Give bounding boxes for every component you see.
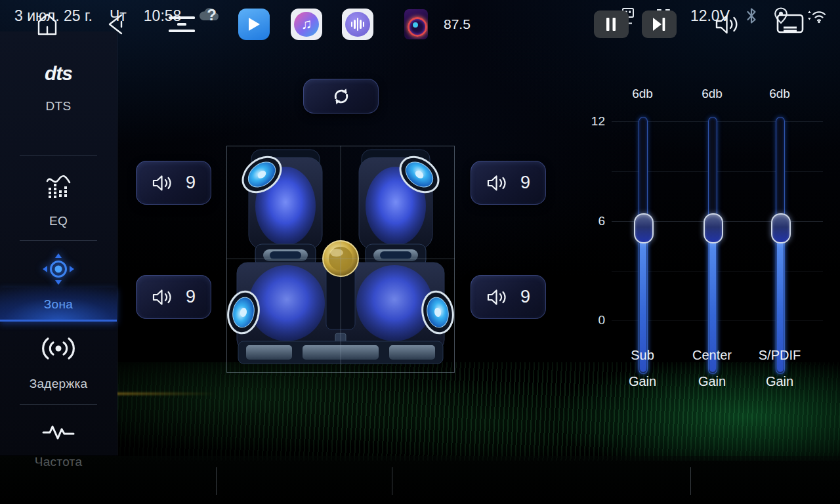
dts-logo-icon: dts [0,62,117,85]
front-right-volume-button[interactable]: 9 [471,161,546,205]
sidebar-item-label: DTS [0,99,117,114]
sound-effect-app-icon [342,9,373,40]
sidebar-item-eq[interactable]: EQ [0,171,117,228]
signal-waves-icon [39,333,77,364]
slider-db-value: 6db [744,87,816,101]
gain-scale-0: 0 [585,313,605,327]
pause-button[interactable] [593,0,629,48]
sidebar-item-zone[interactable]: Зона [0,251,117,312]
zone-reset-button[interactable] [303,79,379,114]
front-left-volume-button[interactable]: 9 [136,161,211,205]
bottom-bar [0,456,840,504]
volume-value: 9 [186,173,196,193]
play-app-icon [238,9,270,40]
next-track-icon [642,10,677,38]
sidebar-item-label: EQ [0,214,117,228]
speaker-icon [486,174,507,192]
equalizer-icon [43,171,74,201]
sidebar-divider [20,155,97,156]
gain-scale-12: 12 [585,114,605,129]
volume-value: 9 [520,287,530,307]
bottom-bar-divider [690,467,691,495]
slider-db-value: 6db [676,87,748,101]
sidebar-item-label: Задержка [0,377,117,391]
slider-unit: Gain [744,374,816,389]
home-button[interactable] [29,0,66,48]
next-track-button[interactable] [641,0,677,48]
center-gain-slider: 6db Center Gain [676,85,748,400]
slider-unit: Gain [676,374,748,389]
sidebar-divider [20,240,97,241]
zone-seat-map[interactable] [226,146,455,373]
sound-effect-app[interactable] [340,0,375,48]
dpad-icon [41,251,76,287]
music-note-glyph: ♫ [301,16,312,33]
music-app[interactable]: ♫ [289,0,324,48]
sub-gain-track[interactable] [639,117,648,374]
rear-left-volume-button[interactable]: 9 [136,275,211,319]
menu-button[interactable] [161,0,202,48]
back-button[interactable] [97,0,134,48]
waveform-icon [42,422,75,443]
speaker-icon [152,288,173,306]
slider-name: S/PDIF [744,348,816,363]
spdif-gain-thumb[interactable] [771,213,791,243]
volume-icon [714,13,740,35]
radio-album-art [404,9,428,39]
slider-unit: Gain [606,374,679,389]
sidebar: dts DTS EQ [0,32,117,455]
now-playing-artwork[interactable] [402,0,430,48]
sidebar-item-label: Зона [0,297,117,312]
slider-db-value: 6db [606,87,679,101]
rear-right-volume-button[interactable]: 9 [471,275,546,319]
sidebar-item-dts[interactable]: dts DTS [0,62,117,114]
volume-button[interactable] [709,0,746,48]
radio-frequency: 87.5 [444,0,471,48]
refresh-icon [331,86,352,107]
back-icon [110,15,121,33]
menu-icon [167,14,196,34]
video-player-app[interactable] [236,0,272,48]
music-app-icon: ♫ [291,9,322,40]
screen-button[interactable] [772,0,808,48]
sidebar-item-delay[interactable]: Задержка [0,333,117,391]
center-gain-track[interactable] [708,117,717,374]
car-head-unit-screen: 3 июл. 25 г. Чт 10:58 ? [0,0,840,504]
bottom-bar-divider [216,467,217,495]
sub-gain-slider: 6db Sub Gain [606,85,679,400]
slider-name: Center [676,348,748,363]
sub-gain-thumb[interactable] [634,213,654,243]
screen-icon [776,13,805,35]
pause-icon [594,10,629,38]
spdif-gain-slider: 6db S/PDIF Gain [744,85,816,400]
bottom-bar-divider [392,467,392,495]
slider-name: Sub [606,348,679,363]
bluetooth-icon [746,7,757,24]
center-gain-thumb[interactable] [704,213,723,243]
spdif-gain-track[interactable] [776,117,785,374]
speaker-icon [486,288,507,306]
sidebar-divider [20,404,97,405]
volume-value: 9 [520,173,530,193]
volume-value: 9 [186,287,196,307]
gain-scale-6: 6 [585,214,605,228]
speaker-icon [152,174,173,192]
